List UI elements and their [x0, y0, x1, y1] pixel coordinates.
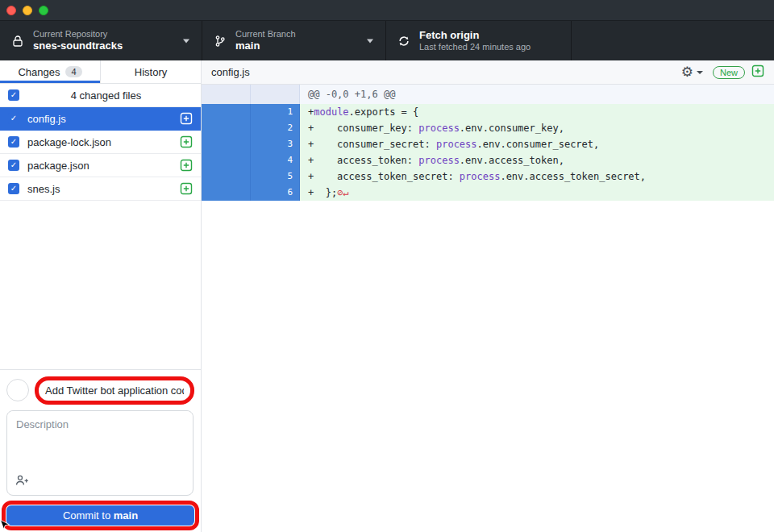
diff-line-3: 3+ consumer_secret: process.env.consumer…: [202, 136, 774, 152]
commit-description-box: [6, 410, 194, 496]
diff-view: @@ -0,0 +1,6 @@1+module.exports = {2+ co…: [202, 85, 774, 201]
diff-line-2: 2+ consumer_key: process.env.consumer_ke…: [202, 120, 774, 136]
add-coauthor-button[interactable]: [15, 474, 30, 489]
diff-gutter-old[interactable]: [202, 104, 251, 120]
diff-line-code: + consumer_secret: process.env.consumer_…: [300, 136, 774, 152]
avatar: [6, 379, 29, 401]
mouse-cursor: [0, 519, 10, 532]
diff-line-code: + access_token_secret: process.env.acces…: [300, 168, 774, 185]
tab-changes[interactable]: Changes 4: [0, 60, 100, 83]
diff-gutter-new[interactable]: 1: [251, 104, 300, 120]
commit-button[interactable]: Commit to main: [6, 505, 194, 526]
hunk-gutter-new[interactable]: [251, 85, 300, 104]
hunk-gutter-old[interactable]: [202, 85, 251, 104]
diff-line-code: + consumer_key: process.env.consumer_key…: [300, 120, 774, 136]
commit-description-input[interactable]: [7, 411, 193, 474]
current-branch-value: main: [235, 39, 296, 52]
added-status-icon: [180, 112, 193, 125]
diff-gutter-old[interactable]: [202, 185, 251, 201]
diff-line-4: 4+ access_token: process.env.access_toke…: [202, 152, 774, 168]
diff-line-5: 5+ access_token_secret: process.env.acce…: [202, 168, 774, 185]
diff-file-title: config.js: [211, 66, 675, 78]
changed-files-summary: 4 changed files: [19, 89, 193, 102]
diff-line-1: 1+module.exports = {: [202, 104, 774, 120]
current-repository-value: snes-soundtracks: [33, 39, 123, 52]
plus-square-icon: [751, 64, 764, 80]
diff-gutter-old[interactable]: [202, 136, 251, 152]
current-branch-label: Current Branch: [235, 29, 296, 40]
tab-history[interactable]: History: [100, 60, 201, 83]
file-name: package-lock.json: [27, 136, 172, 148]
toolbar-spacer: [572, 21, 774, 60]
file-checkbox[interactable]: ✓: [8, 160, 19, 171]
commit-button-branch: main: [114, 509, 138, 522]
diff-options-button[interactable]: ⚙: [681, 65, 703, 79]
person-plus-icon: [15, 474, 30, 489]
file-row-snes.js[interactable]: ✓snes.js: [0, 177, 201, 201]
window-controls: [6, 6, 48, 15]
file-row-package.json[interactable]: ✓package.json: [0, 154, 201, 177]
diff-line-code: +module.exports = {: [300, 104, 774, 120]
chevron-down-icon: [697, 71, 703, 74]
close-button[interactable]: [6, 6, 16, 15]
changed-file-list: ✓config.js✓package-lock.json✓package.jso…: [0, 107, 201, 201]
current-repository-button[interactable]: Current Repository snes-soundtracks: [0, 21, 202, 60]
diff-line-code: + access_token: process.env.access_token…: [300, 152, 774, 168]
hunk-header-row: @@ -0,0 +1,6 @@: [202, 85, 774, 104]
added-file-plus-button[interactable]: [751, 64, 764, 80]
added-status-icon: [180, 159, 193, 172]
file-row-config.js[interactable]: ✓config.js: [0, 107, 201, 131]
main-panel: config.js ⚙ New @@ -0,0 +1,6 @@1+module.…: [202, 60, 774, 532]
diff-gutter-new[interactable]: 2: [251, 120, 300, 136]
commit-button-label: Commit to: [63, 509, 114, 522]
lock-icon: [11, 35, 24, 48]
diff-gutter-old[interactable]: [202, 120, 251, 136]
added-status-icon: [180, 182, 193, 195]
tab-changes-label: Changes: [18, 66, 60, 78]
diff-header: config.js ⚙ New: [202, 60, 774, 85]
file-row-package-lock.json[interactable]: ✓package-lock.json: [0, 131, 201, 154]
added-status-icon: [180, 135, 193, 148]
git-branch-icon: [214, 35, 227, 48]
tab-history-label: History: [135, 66, 167, 78]
diff-gutter-new[interactable]: 4: [251, 152, 300, 168]
file-checkbox[interactable]: ✓: [8, 113, 19, 124]
file-checkbox[interactable]: ✓: [8, 136, 19, 148]
diff-gutter-new[interactable]: 6: [251, 185, 300, 201]
commit-panel: Commit to main: [0, 369, 201, 532]
fetch-origin-button[interactable]: Fetch origin Last fetched 24 minutes ago: [386, 21, 572, 60]
diff-gutter-old[interactable]: [202, 168, 251, 185]
file-checkbox[interactable]: ✓: [8, 183, 19, 194]
file-name: snes.js: [27, 183, 172, 195]
chevron-down-icon: [367, 39, 373, 43]
diff-gutter-old[interactable]: [202, 152, 251, 168]
changes-count-badge: 4: [65, 66, 81, 77]
active-tab-underline: [0, 81, 100, 83]
file-name: config.js: [27, 113, 172, 125]
commit-summary-input[interactable]: [39, 380, 190, 401]
diff-line-code: + };⊘↵: [300, 185, 774, 201]
file-name: package.json: [27, 160, 172, 172]
titlebar: [0, 0, 774, 21]
select-all-checkbox[interactable]: ✓: [8, 89, 19, 101]
zoom-button[interactable]: [39, 6, 48, 15]
diff-line-6: 6+ };⊘↵: [202, 185, 774, 201]
chevron-down-icon: [183, 39, 189, 43]
hunk-header-text: @@ -0,0 +1,6 @@: [300, 85, 774, 104]
diff-gutter-new[interactable]: 3: [251, 136, 300, 152]
sidebar-tabs: Changes 4 History: [0, 60, 201, 84]
new-file-badge: New: [713, 66, 745, 79]
fetch-origin-title: Fetch origin: [419, 29, 531, 42]
current-branch-button[interactable]: Current Branch main: [202, 21, 386, 60]
current-repository-label: Current Repository: [33, 29, 123, 40]
sync-icon: [397, 35, 410, 48]
toolbar: Current Repository snes-soundtracks Curr…: [0, 21, 774, 60]
select-all-row: ✓ 4 changed files: [0, 84, 201, 107]
diff-gutter-new[interactable]: 5: [251, 168, 300, 185]
gear-icon: ⚙: [681, 65, 693, 79]
sidebar: Changes 4 History ✓ 4 changed files ✓con…: [0, 60, 202, 532]
minimize-button[interactable]: [23, 6, 32, 15]
fetch-origin-subtitle: Last fetched 24 minutes ago: [419, 42, 531, 53]
